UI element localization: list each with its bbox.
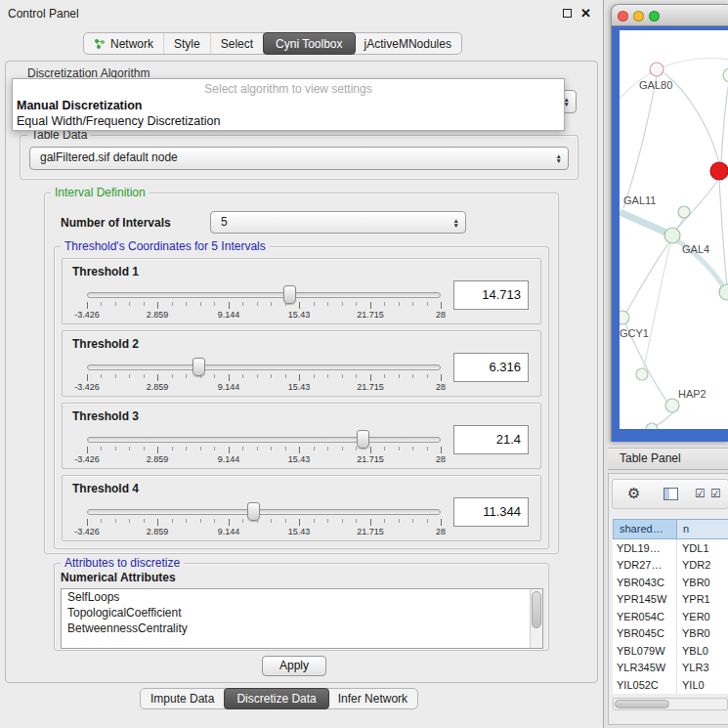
attributes-group-title: Attributes to discretize	[61, 556, 184, 570]
scale-label: -3.426	[65, 454, 108, 464]
column-header-shared[interactable]: shared…	[613, 519, 677, 539]
scale-label: 15.43	[278, 382, 321, 392]
tab-select[interactable]: Select	[211, 33, 264, 54]
table-row[interactable]: YPR145WYPR1	[613, 591, 728, 609]
screen: Control Panel ✕ Network Style Select Cyn…	[0, 0, 728, 728]
table-data-combobox[interactable]: galFiltered.sif default node ▲▼	[29, 147, 569, 170]
column-header-name[interactable]: n	[676, 519, 728, 539]
network-window-titlebar[interactable]	[611, 4, 728, 26]
scale-label: -3.426	[65, 527, 108, 536]
scale-label: 28	[419, 527, 462, 536]
table-row[interactable]: YBR043CYBR0	[613, 574, 728, 591]
tab-impute-data[interactable]: Impute Data	[141, 689, 225, 708]
network-canvas[interactable]: GAL80 GAL11 GAL4 GCY1 HAP2	[620, 30, 728, 429]
tab-jactivemnodules[interactable]: jActiveMNodules	[355, 33, 461, 54]
list-item-betweennesscentrality[interactable]: BetweennessCentrality	[62, 621, 542, 636]
control-panel-window: Control Panel ✕ Network Style Select Cyn…	[0, 0, 604, 728]
threshold-2-label: Threshold 2	[72, 337, 139, 351]
list-vertical-scrollbar[interactable]	[530, 589, 542, 648]
network-view-frame: GAL80 GAL11 GAL4 GCY1 HAP2	[611, 26, 728, 442]
list-item-topologicalcoefficient[interactable]: TopologicalCoefficient	[62, 605, 542, 621]
scale-label: 2.859	[136, 527, 179, 536]
table-row[interactable]: YBL079WYBL0	[613, 642, 728, 660]
mac-zoom-icon[interactable]	[649, 11, 660, 21]
list-item-selfloops[interactable]: SelfLoops	[62, 589, 542, 605]
scale-label: 9.144	[207, 454, 250, 464]
combo-stepper-icon[interactable]: ▲▼	[556, 153, 562, 163]
threshold-3-panel: Threshold 3 -3.426 2.859 9.144 15.43 21.…	[62, 403, 541, 469]
control-panel-titlebar: Control Panel ✕	[0, 0, 603, 27]
scale-label: 9.144	[207, 527, 250, 536]
threshold-4-slider-track[interactable]	[87, 509, 441, 515]
tab-cyni-toolbox[interactable]: Cyni Toolbox	[263, 32, 355, 55]
mac-minimize-icon[interactable]	[633, 11, 644, 21]
algorithm-dropdown-popup: Select algorithm to view settings Manual…	[12, 78, 565, 131]
scale-label: 28	[419, 382, 462, 392]
scale-label: 21.715	[349, 454, 392, 464]
dropdown-option-manual-discretization[interactable]: Manual Discretization	[13, 98, 564, 113]
table-panel-titlebar[interactable]: Table Panel	[608, 448, 728, 470]
scale-label: 15.43	[278, 527, 321, 536]
table-toolbar: ⚙ ☑ ☑	[612, 479, 728, 509]
threshold-3-value-field[interactable]: 21.4	[453, 425, 529, 454]
table-horizontal-scrollbar[interactable]	[613, 698, 728, 710]
mac-close-icon[interactable]	[618, 11, 628, 21]
scale-label: 2.859	[136, 382, 179, 392]
threshold-3-slider-track[interactable]	[87, 437, 441, 443]
node-label-gal80: GAL80	[639, 79, 672, 91]
threshold-2-panel: Threshold 2 -3.426 2.859 9.144 15.43 21.…	[62, 330, 541, 397]
table-row[interactable]: YIL052CYIL0	[613, 676, 728, 694]
column-chooser-icon[interactable]	[664, 488, 678, 500]
scrollbar-thumb[interactable]	[615, 700, 669, 708]
table-rows: YDL19…YDL1 YDR27…YDR2 YBR043CYBR0 YPR145…	[613, 539, 728, 694]
numerical-attributes-list: SelfLoops TopologicalCoefficient Between…	[61, 588, 543, 649]
threshold-1-slider-track[interactable]	[87, 292, 441, 298]
apply-button[interactable]: Apply	[262, 656, 326, 676]
scale-label: -3.426	[65, 382, 108, 392]
gear-icon[interactable]: ⚙	[627, 485, 640, 502]
table-data-value: galFiltered.sif default node	[40, 150, 178, 164]
slider-tick-marks	[87, 302, 442, 309]
tab-network[interactable]: Network	[84, 33, 164, 54]
combo-stepper-icon[interactable]: ▲▼	[453, 218, 459, 228]
float-window-icon[interactable]	[563, 9, 572, 18]
cyni-bottom-tabbar: Impute Data Discretize Data Infer Networ…	[140, 688, 418, 709]
scale-label: 21.715	[349, 382, 392, 392]
thresholds-group-title: Threshold's Coordinates for 5 Intervals	[61, 239, 270, 253]
scale-label: 2.859	[136, 454, 179, 464]
tab-infer-network[interactable]: Infer Network	[328, 689, 417, 708]
numerical-attributes-label: Numerical Attributes	[61, 571, 176, 584]
scale-label: 9.144	[207, 310, 250, 320]
scale-label: 28	[419, 310, 462, 320]
threshold-2-slider-track[interactable]	[87, 364, 441, 370]
node-label-gal4: GAL4	[682, 243, 709, 255]
table-row[interactable]: YDR27…YDR2	[613, 557, 728, 575]
scrollbar-thumb[interactable]	[532, 591, 541, 628]
tab-style[interactable]: Style	[164, 33, 211, 54]
threshold-1-label: Threshold 1	[72, 265, 139, 278]
scale-label: -3.426	[65, 310, 108, 320]
scale-label: 21.715	[349, 310, 392, 320]
network-graph	[620, 30, 728, 429]
threshold-4-panel: Threshold 4 -3.426 2.859 9.144 15.43 21.…	[62, 475, 541, 541]
table-row[interactable]: YER054CYER0	[613, 608, 728, 625]
close-icon[interactable]: ✕	[580, 6, 591, 21]
dropdown-option-equal-width[interactable]: Equal Width/Frequency Discretization	[13, 113, 564, 129]
scale-label: 9.144	[207, 382, 250, 392]
threshold-4-value-field[interactable]: 11.344	[453, 497, 529, 527]
number-of-intervals-combobox[interactable]: 5 ▲▼	[210, 211, 466, 234]
slider-tick-marks	[87, 519, 442, 526]
select-none-checkbox-icon[interactable]: ☑	[710, 487, 721, 500]
node-label-hap2: HAP2	[678, 388, 707, 400]
select-all-checkbox-icon[interactable]: ☑	[695, 487, 706, 500]
tab-discretize-data[interactable]: Discretize Data	[224, 688, 328, 709]
table-row[interactable]: YLR345WYLR3	[613, 660, 728, 677]
threshold-2-value-field[interactable]: 6.316	[453, 353, 529, 382]
tab-network-label: Network	[110, 37, 153, 51]
threshold-1-value-field[interactable]: 14.713	[453, 280, 529, 310]
scale-label: 2.859	[136, 310, 179, 320]
table-row[interactable]: YDL19…YDL1	[613, 539, 728, 557]
table-row[interactable]: YBR045CYBR0	[613, 625, 728, 643]
interval-definition-title: Interval Definition	[51, 186, 150, 199]
slider-tick-marks	[87, 447, 442, 453]
